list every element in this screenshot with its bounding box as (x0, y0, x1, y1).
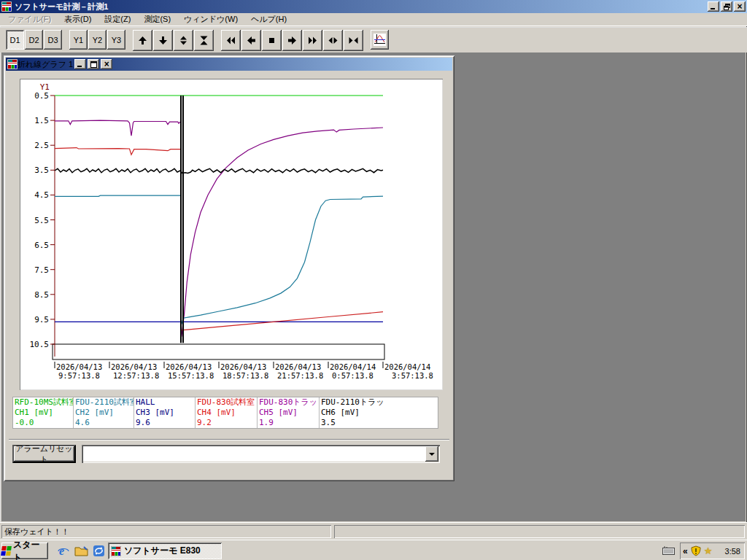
show-desktop-button[interactable] (73, 543, 89, 559)
channel-unit: CH2 [mV] (75, 408, 133, 418)
graph-client-area: 0.51.52.53.54.55.56.57.58.59.510.5Y12026… (6, 71, 452, 479)
fast-rewind-button[interactable] (221, 30, 241, 51)
mdi-workspace: 折れ線グラフ 1 × 0.51.52.53.54.55.56.57.58.59.… (1, 52, 746, 521)
channel-name: FDU-2110試料室 (75, 397, 133, 408)
scroll-down-button[interactable] (153, 30, 173, 51)
step-right-button[interactable] (282, 30, 302, 51)
channel-name: RFD-10MS試料室 (15, 397, 73, 408)
svg-text:3:57:13.8: 3:57:13.8 (392, 371, 433, 380)
ie-quicklaunch-button[interactable]: e (55, 543, 71, 559)
chevron-left-icon[interactable]: « (683, 546, 688, 556)
legend-cell-ch3: HALL CH3 [mV] 9.6 (134, 397, 196, 428)
alarm-combobox[interactable] (82, 445, 440, 463)
channel-unit: CH6 [mV] (321, 408, 438, 418)
toolbar-y3-button[interactable]: Y3 (107, 30, 125, 50)
legend-cell-ch2: FDU-2110試料室 CH2 [mV] 4.6 (74, 397, 134, 428)
outlook-icon (93, 545, 105, 557)
svg-text:2026/04/13: 2026/04/13 (275, 362, 321, 371)
separator (9, 439, 449, 440)
compress-vertical-button[interactable] (194, 30, 214, 51)
maximize-icon (90, 61, 97, 68)
minimize-icon (77, 61, 83, 67)
combobox-value (85, 448, 424, 459)
taskbar: スタート e ソフトサーモ E830 « ★ 3:58 (0, 540, 747, 560)
svg-text:0.5: 0.5 (34, 91, 49, 101)
folder-icon (74, 545, 88, 556)
taskbar-app-button[interactable]: ソフトサーモ E830 (108, 542, 222, 559)
minimize-button[interactable] (708, 1, 719, 12)
menu-bar: ファイル(F) 表示(D) 設定(Z) 測定(S) ウィンドウ(W) ヘルプ(H… (0, 13, 747, 26)
close-button[interactable]: × (734, 1, 746, 12)
svg-text:0:57:13.8: 0:57:13.8 (332, 371, 374, 380)
graph-minimize-button[interactable] (74, 59, 86, 69)
step-left-button[interactable] (241, 30, 261, 51)
toolbar-y1-button[interactable]: Y1 (69, 30, 88, 50)
toolbar-y2-button[interactable]: Y2 (88, 30, 107, 50)
compress-horizontal-icon (349, 36, 358, 45)
svg-text:e: e (59, 545, 64, 557)
scroll-up-button[interactable] (133, 30, 152, 51)
arrow-up-icon (138, 36, 147, 45)
toolbar-d1-button[interactable]: D1 (6, 30, 24, 50)
graph-maximize-button[interactable] (88, 59, 99, 69)
compress-vertical-icon (199, 36, 209, 45)
menu-file[interactable]: ファイル(F) (1, 12, 58, 26)
graph-scale-button[interactable] (371, 30, 389, 50)
channel-value: -0.0 (15, 418, 73, 428)
legend-cell-ch5: FDU-830トラッ CH5 [mV] 1.9 (258, 397, 320, 428)
svg-text:3.5: 3.5 (34, 166, 49, 175)
menu-settings[interactable]: 設定(Z) (98, 12, 137, 26)
svg-text:1.5: 1.5 (34, 116, 49, 125)
alarm-reset-button[interactable]: アラームリセット (12, 445, 76, 463)
start-button[interactable]: スタート (1, 542, 48, 559)
taskbar-clock: 3:58 (725, 547, 740, 556)
menu-measure[interactable]: 測定(S) (137, 12, 177, 26)
combobox-dropdown-button[interactable] (425, 446, 438, 462)
graph-close-button[interactable]: × (101, 59, 112, 69)
close-icon: × (737, 2, 742, 11)
svg-text:18:57:13.8: 18:57:13.8 (222, 371, 268, 380)
fast-forward-button[interactable] (303, 30, 322, 51)
compress-horizontal-button[interactable] (344, 30, 363, 51)
window-title: ソフトサーモ計測－計測1 (15, 1, 706, 12)
channel-value: 9.6 (136, 418, 195, 428)
channel-unit: CH3 [mV] (136, 408, 195, 418)
menu-window[interactable]: ウィンドウ(W) (177, 12, 244, 26)
app-icon (111, 546, 121, 556)
expand-vertical-icon (179, 36, 188, 45)
channel-legend: RFD-10MS試料室 CH1 [mV] -0.0 FDU-2110試料室 CH… (12, 397, 438, 429)
svg-text:2026/04/13: 2026/04/13 (111, 362, 157, 371)
expand-vertical-button[interactable] (174, 30, 193, 51)
expand-horizontal-icon (328, 36, 338, 45)
menu-help[interactable]: ヘルプ(H) (244, 12, 293, 26)
restore-button[interactable] (721, 1, 732, 12)
toolbar: D1 D2 D3 Y1 Y2 Y3 (0, 27, 747, 52)
security-shield-icon[interactable] (691, 545, 701, 556)
line-graph-window: 折れ線グラフ 1 × 0.51.52.53.54.55.56.57.58.59.… (4, 55, 454, 481)
expand-horizontal-button[interactable] (323, 30, 343, 51)
toolbar-d2-button[interactable]: D2 (25, 30, 43, 50)
stop-button[interactable] (262, 30, 282, 51)
toolbar-d3-button[interactable]: D3 (44, 30, 62, 50)
main-window: ソフトサーモ計測－計測1 × ファイル(F) 表示(D) 設定(Z) 測定(S)… (0, 0, 747, 560)
outlook-quicklaunch-button[interactable] (90, 543, 107, 559)
legend-cell-ch6: FDU-2110トラッ CH6 [mV] 3.5 (320, 397, 438, 428)
arrow-left-icon (247, 36, 256, 45)
menu-view[interactable]: 表示(D) (58, 12, 98, 26)
svg-text:12:57:13.8: 12:57:13.8 (113, 371, 159, 380)
channel-value: 1.9 (259, 418, 319, 428)
app-icon (1, 1, 12, 12)
graph-scale-icon (374, 34, 386, 46)
star-icon[interactable]: ★ (704, 546, 713, 556)
chart-canvas: 0.51.52.53.54.55.56.57.58.59.510.5Y12026… (20, 79, 443, 390)
status-panel-2 (334, 525, 745, 538)
svg-text:5.5: 5.5 (34, 216, 49, 225)
svg-text:10.5: 10.5 (30, 340, 50, 349)
graph-window-title: 折れ線グラフ 1 (18, 59, 73, 70)
legend-cell-ch1: RFD-10MS試料室 CH1 [mV] -0.0 (13, 397, 74, 428)
chevron-down-icon (429, 453, 435, 456)
svg-text:7.5: 7.5 (34, 265, 49, 275)
svg-text:2026/04/13: 2026/04/13 (166, 362, 212, 371)
keyboard-icon[interactable] (662, 545, 675, 556)
channel-name: FDU-2110トラッ (321, 397, 438, 408)
